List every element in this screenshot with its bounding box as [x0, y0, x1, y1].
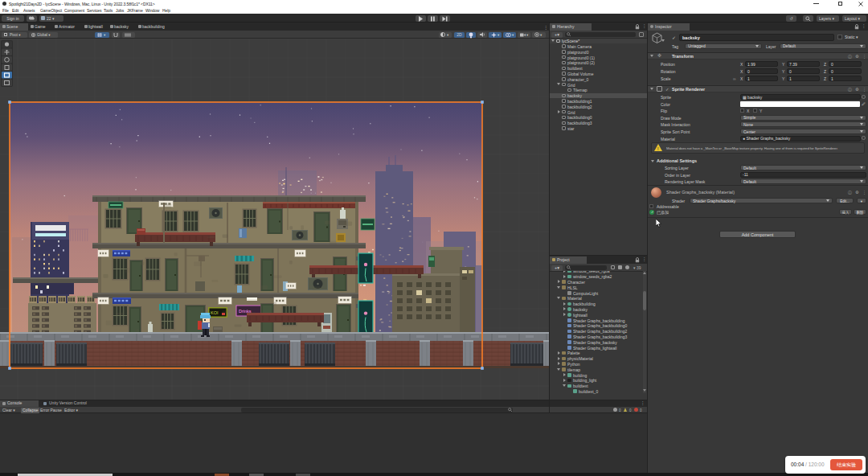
- svg-text:KOI: KOI: [211, 310, 219, 315]
